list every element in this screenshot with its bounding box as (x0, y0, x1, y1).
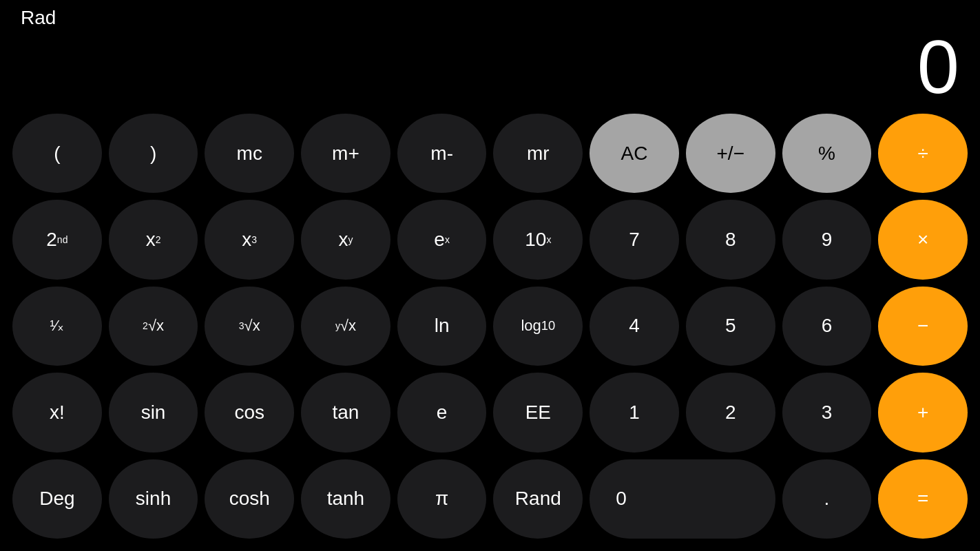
display-area: Rad 0 (0, 0, 980, 107)
mc-button[interactable]: mc (205, 114, 294, 193)
ee-button[interactable]: EE (493, 373, 583, 452)
cos-button[interactable]: cos (205, 373, 294, 452)
m-minus-button[interactable]: m- (397, 114, 487, 193)
plus-minus-button[interactable]: +/− (686, 114, 775, 193)
ten-x-button[interactable]: 10x (493, 200, 583, 279)
e-x-button[interactable]: ex (397, 200, 487, 279)
main-display: 0 (21, 29, 959, 105)
multiply-button[interactable]: × (878, 200, 968, 279)
tanh-button[interactable]: tanh (301, 459, 390, 539)
x-cubed-button[interactable]: x3 (205, 200, 294, 279)
second-button[interactable]: 2nd (12, 200, 102, 279)
nine-button[interactable]: 9 (782, 200, 872, 279)
x-y-button[interactable]: xy (301, 200, 390, 279)
two-button[interactable]: 2 (686, 373, 775, 452)
tan-button[interactable]: tan (301, 373, 390, 452)
sqrt2-button[interactable]: 2√x (109, 287, 198, 366)
eight-button[interactable]: 8 (686, 200, 775, 279)
three-button[interactable]: 3 (782, 373, 872, 452)
close-paren-button[interactable]: ) (109, 114, 198, 193)
log10-button[interactable]: log10 (493, 287, 583, 366)
seven-button[interactable]: 7 (590, 200, 679, 279)
sinh-button[interactable]: sinh (109, 459, 198, 539)
sqrt3-button[interactable]: 3√x (205, 287, 294, 366)
four-button[interactable]: 4 (590, 287, 679, 366)
dot-button[interactable]: . (782, 459, 872, 539)
sin-button[interactable]: sin (109, 373, 198, 452)
six-button[interactable]: 6 (782, 287, 872, 366)
factorial-button[interactable]: x! (12, 373, 102, 452)
five-button[interactable]: 5 (686, 287, 775, 366)
percent-button[interactable]: % (782, 114, 872, 193)
equals-button[interactable]: = (878, 459, 968, 539)
m-plus-button[interactable]: m+ (301, 114, 390, 193)
plus-button[interactable]: + (878, 373, 968, 452)
ln-button[interactable]: ln (397, 287, 487, 366)
pi-button[interactable]: π (397, 459, 487, 539)
buttons-grid: ( ) mc m+ m- mr AC +/− % ÷ 2nd x2 x3 xy … (0, 107, 980, 551)
rand-button[interactable]: Rand (493, 459, 583, 539)
divide-button[interactable]: ÷ (878, 114, 968, 193)
cosh-button[interactable]: cosh (205, 459, 294, 539)
e-button[interactable]: e (397, 373, 487, 452)
sqrty-button[interactable]: y√x (301, 287, 390, 366)
zero-button[interactable]: 0 (590, 459, 775, 539)
mr-button[interactable]: mr (493, 114, 583, 193)
minus-button[interactable]: − (878, 287, 968, 366)
rad-label[interactable]: Rad (21, 7, 959, 29)
open-paren-button[interactable]: ( (12, 114, 102, 193)
x-squared-button[interactable]: x2 (109, 200, 198, 279)
deg-button[interactable]: Deg (12, 459, 102, 539)
one-button[interactable]: 1 (590, 373, 679, 452)
one-over-x-button[interactable]: ¹∕ₓ (12, 287, 102, 366)
ac-button[interactable]: AC (590, 114, 679, 193)
